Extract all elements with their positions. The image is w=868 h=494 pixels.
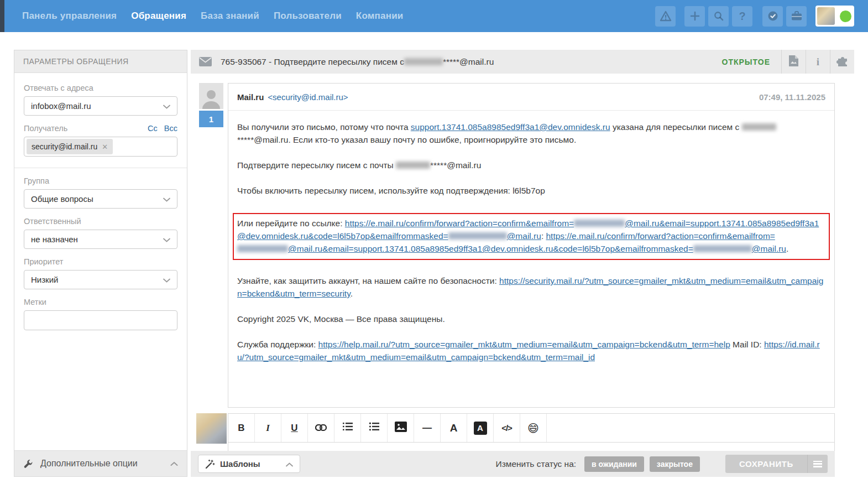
chain-link-icon <box>315 423 327 434</box>
person-silhouette-icon <box>199 83 223 109</box>
current-user-menu[interactable] <box>815 6 854 27</box>
integrations-button[interactable] <box>830 50 854 74</box>
status-closed-button[interactable]: закрытое <box>650 456 700 472</box>
text-run: указана для пересылки писем с <box>610 122 742 132</box>
text-run: *****@mail.ru <box>430 160 481 170</box>
message-count-badge[interactable]: 1 <box>199 111 223 127</box>
chevron-up-icon <box>170 459 178 469</box>
agent-avatar <box>196 413 227 444</box>
save-options-button[interactable] <box>807 455 828 473</box>
main-nav: Панель управления Обращения База знаний … <box>22 11 403 22</box>
nav-users[interactable]: Пользователи <box>274 11 342 22</box>
info-button[interactable]: i <box>806 50 830 74</box>
email-link[interactable]: @mail.ru&email=support.13741.085a8985ed9… <box>288 244 693 253</box>
paragraph: Вы получили это письмо, потому что почта… <box>237 121 825 146</box>
emoji-button[interactable]: 😄 <box>520 414 547 442</box>
search-button[interactable] <box>708 6 729 27</box>
sender-email-link[interactable]: <security@id.mail.ru> <box>268 92 348 102</box>
font-color-button[interactable]: A <box>441 414 467 442</box>
plus-icon <box>689 11 700 22</box>
background-color-button[interactable]: A <box>467 414 494 442</box>
nav-companies[interactable]: Компании <box>356 11 404 22</box>
cc-link[interactable]: Cc <box>148 124 158 133</box>
tags-label: Метки <box>24 298 177 306</box>
puzzle-icon <box>836 55 849 69</box>
briefcase-icon <box>791 11 803 22</box>
top-navigation-bar: Панель управления Обращения База знаний … <box>0 0 868 32</box>
unordered-list-button[interactable] <box>361 414 388 442</box>
underline-button[interactable]: U <box>281 414 308 442</box>
status-pending-button[interactable]: в ожидании <box>584 456 644 472</box>
email-link[interactable]: https://e.mail.ru/confirm/forward?action… <box>546 231 775 241</box>
highlighted-paragraph: Или перейдите по ссылке: https://e.mail.… <box>233 213 830 260</box>
chevron-down-icon <box>163 194 170 204</box>
email-link[interactable]: support.13741.085a8985ed9ff3a1@dev.omnid… <box>411 122 610 132</box>
quality-badge-button[interactable] <box>762 6 783 27</box>
reply-from-select[interactable]: infobox@mail.ru <box>24 96 177 116</box>
email-link[interactable]: @mail.ru <box>752 244 786 253</box>
paragraph: Copyright 2025 VK, Москва — Все права за… <box>237 313 825 325</box>
text-run: Чтобы включить пересылку писем, использу… <box>237 186 545 195</box>
code-view-button[interactable]: </> <box>494 414 520 442</box>
sidebar-title: ПАРАМЕТРЫ ОБРАЩЕНИЯ <box>14 50 187 73</box>
attachments-button[interactable] <box>781 50 806 74</box>
recipient-input[interactable]: security@id.mail.ru ✕ <box>24 137 177 157</box>
bold-button[interactable]: B <box>228 414 255 442</box>
assignee-select[interactable]: не назначен <box>24 230 177 249</box>
nav-cases[interactable]: Обращения <box>131 11 186 22</box>
italic-button[interactable]: I <box>255 414 281 442</box>
email-link[interactable]: @mail.ru <box>507 231 541 241</box>
help-button[interactable]: ? <box>732 6 752 27</box>
app-window: Панель управления Обращения База знаний … <box>0 0 868 494</box>
nav-dashboard[interactable]: Панель управления <box>22 11 117 22</box>
sidebar-divider <box>14 168 187 168</box>
templates-label: Шаблоны <box>220 459 260 469</box>
editor-toolbar: B I U — A A </> 😄 <box>228 413 835 443</box>
image-icon <box>395 422 407 435</box>
masked-text <box>742 123 776 131</box>
text-run: . <box>786 244 788 253</box>
group-label: Группа <box>24 176 177 185</box>
group-select[interactable]: Общие вопросы <box>24 189 177 209</box>
workspace-button[interactable] <box>786 6 807 27</box>
message-header: Mail.ru <security@id.mail.ru> 07:49, 11.… <box>228 84 834 111</box>
ordered-list-button[interactable] <box>334 414 361 442</box>
verified-seal-icon <box>767 10 779 22</box>
email-link[interactable]: https://e.mail.ru/confirm/forward?action… <box>345 219 574 228</box>
additional-options-toggle[interactable]: Дополнительные опции <box>14 450 187 476</box>
ticket-title-masked-suffix: *****@mail.ru <box>443 57 494 67</box>
chevron-down-icon <box>163 101 170 111</box>
text-run: Подтвердите пересылку писем с почты <box>237 160 396 170</box>
text-run: : <box>541 231 546 241</box>
horizontal-rule-button[interactable]: — <box>414 414 441 442</box>
create-case-button[interactable] <box>684 6 705 27</box>
masked-text <box>396 162 430 169</box>
nav-knowledge-base[interactable]: База знаний <box>201 11 259 22</box>
chevron-up-icon <box>286 459 293 469</box>
insert-link-button[interactable] <box>308 414 334 442</box>
text-run: *****@mail.ru. Если кто-то указал вашу п… <box>237 135 576 144</box>
case-parameters-panel: ПАРАМЕТРЫ ОБРАЩЕНИЯ Отвечать с адреса in… <box>14 50 187 477</box>
alerts-button[interactable] <box>655 6 676 27</box>
priority-select[interactable]: Низкий <box>24 270 177 289</box>
collapsed-panel-strip[interactable] <box>0 0 4 32</box>
masked-text <box>693 245 752 252</box>
paragraph: Подтвердите пересылку писем с почты ****… <box>237 159 825 171</box>
user-avatar <box>817 7 835 25</box>
message-timestamp: 07:49, 11.11.2025 <box>759 92 825 102</box>
message-avatar-column: 1 <box>199 83 223 127</box>
text-run: Узнайте, как защитить аккаунт, на нашем … <box>237 276 499 285</box>
paragraph: Узнайте, как защитить аккаунт, на нашем … <box>237 274 825 300</box>
tags-input[interactable] <box>24 310 177 330</box>
reply-input-area[interactable] <box>228 443 835 451</box>
masked-text <box>574 220 625 227</box>
online-status-indicator[interactable] <box>840 11 851 22</box>
recipient-chip-email: security@id.mail.ru <box>32 142 97 151</box>
bcc-link[interactable]: Bcc <box>164 124 177 133</box>
remove-recipient-icon[interactable]: ✕ <box>102 143 108 151</box>
insert-image-button[interactable] <box>388 414 414 442</box>
email-link[interactable]: https://help.mail.ru/?utm_source=gmailer… <box>318 340 730 349</box>
save-button[interactable]: СОХРАНИТЬ <box>725 455 807 473</box>
reply-from-label: Отвечать с адреса <box>24 84 177 92</box>
templates-dropdown[interactable]: Шаблоны <box>198 455 300 473</box>
